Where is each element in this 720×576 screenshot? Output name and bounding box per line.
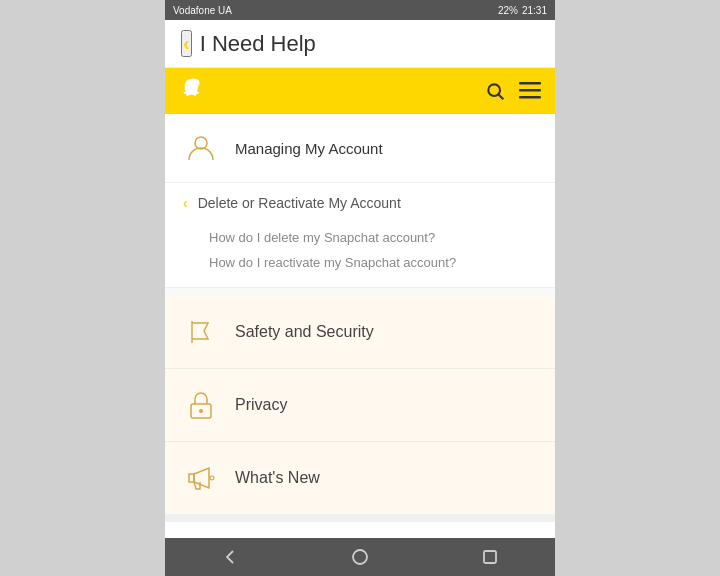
managing-account-label: Managing My Account: [235, 140, 383, 157]
battery-text: 22%: [498, 5, 518, 16]
square-nav-button[interactable]: [470, 542, 510, 572]
bottom-nav-bar: [165, 538, 555, 576]
content-area: Managing My Account ‹ Delete or Reactiva…: [165, 114, 555, 538]
whats-new-item[interactable]: What's New: [165, 442, 555, 514]
privacy-item[interactable]: Privacy: [165, 369, 555, 442]
reactivate-account-link[interactable]: How do I reactivate my Snapchat account?: [209, 250, 555, 275]
menu-button[interactable]: [519, 82, 541, 100]
nav-header: ‹ I Need Help: [165, 20, 555, 68]
flag-icon: [183, 314, 219, 350]
megaphone-icon: [183, 460, 219, 496]
back-nav-button[interactable]: [210, 542, 250, 572]
expanded-header[interactable]: ‹ Delete or Reactivate My Account: [165, 183, 555, 223]
carrier-text: Vodafone UA: [173, 5, 232, 16]
svg-point-0: [488, 84, 500, 96]
snapchat-logo: [179, 77, 207, 105]
expanded-section: ‹ Delete or Reactivate My Account How do…: [165, 183, 555, 288]
delete-account-link[interactable]: How do I delete my Snapchat account?: [209, 225, 555, 250]
svg-line-1: [499, 95, 504, 100]
svg-rect-3: [519, 89, 541, 92]
category-section: Safety and Security Privacy: [165, 296, 555, 514]
privacy-label: Privacy: [235, 396, 287, 414]
bar-icons: [485, 81, 541, 101]
page-title: I Need Help: [200, 31, 316, 57]
svg-point-8: [199, 409, 203, 413]
section-divider: [165, 514, 555, 522]
status-right: 22% 21:31: [498, 5, 547, 16]
svg-point-10: [353, 550, 367, 564]
back-chevron-icon: ‹: [183, 195, 188, 211]
company-item[interactable]: › Company: [165, 522, 555, 538]
home-nav-button[interactable]: [340, 542, 380, 572]
safety-security-item[interactable]: Safety and Security: [165, 296, 555, 369]
status-left: Vodafone UA: [173, 5, 232, 16]
lock-icon: [183, 387, 219, 423]
managing-account-item[interactable]: Managing My Account: [165, 114, 555, 183]
list-section: › Company › Community: [165, 522, 555, 538]
svg-rect-2: [519, 82, 541, 85]
person-icon: [183, 130, 219, 166]
svg-rect-4: [519, 96, 541, 99]
svg-rect-11: [484, 551, 496, 563]
whats-new-label: What's New: [235, 469, 320, 487]
yellow-bar: [165, 68, 555, 114]
safety-security-label: Safety and Security: [235, 323, 374, 341]
time-text: 21:31: [522, 5, 547, 16]
svg-point-9: [210, 476, 214, 480]
status-bar: Vodafone UA 22% 21:31: [165, 0, 555, 20]
svg-point-5: [195, 137, 207, 149]
expanded-header-text: Delete or Reactivate My Account: [198, 195, 401, 211]
search-button[interactable]: [485, 81, 505, 101]
phone-frame: Vodafone UA 22% 21:31 ‹ I Need Help: [165, 0, 555, 576]
sub-links: How do I delete my Snapchat account? How…: [165, 223, 555, 287]
back-button[interactable]: ‹: [181, 30, 192, 57]
